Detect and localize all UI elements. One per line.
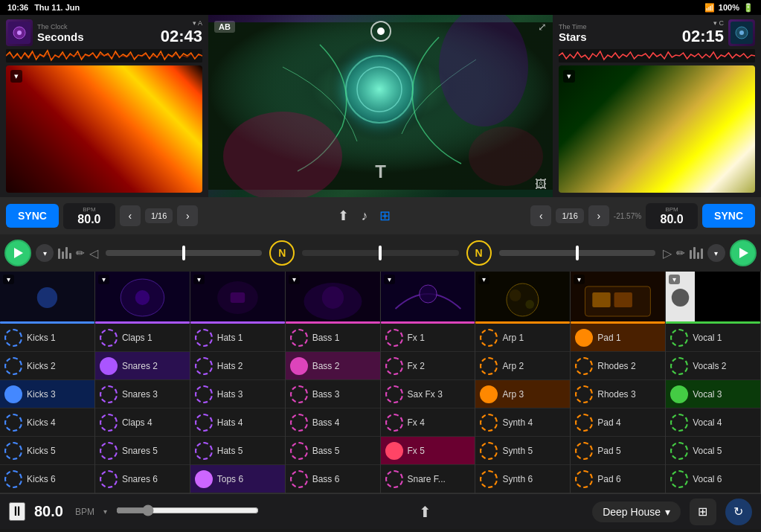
list-item[interactable]: Kicks 1	[0, 324, 94, 352]
clip-name: Pad 4	[597, 417, 620, 428]
list-item[interactable]: Pad 4	[571, 408, 665, 437]
clip-column-header-kicks: ▾	[0, 272, 94, 324]
list-item[interactable]: Kicks 3	[0, 380, 94, 408]
list-item[interactable]: Snares 3	[95, 380, 190, 408]
right-arr-right[interactable]: ▷	[663, 246, 672, 260]
clip-column-kicks: ▾Kicks 1Kicks 2Kicks 3Kicks 4Kicks 5Kick…	[0, 272, 95, 493]
right-grid-badge: 1/16	[556, 208, 583, 223]
list-item[interactable]: Fx 4	[381, 408, 475, 437]
list-item[interactable]: Arp 3	[475, 380, 570, 408]
bottom-bpm-arrow[interactable]: ▾	[103, 507, 107, 516]
list-item[interactable]: Synth 6	[475, 465, 570, 493]
svg-rect-40	[695, 272, 760, 324]
clip-col-dropdown-hats[interactable]: ▾	[193, 275, 205, 284]
ab-badge[interactable]: AB	[214, 21, 235, 33]
list-item[interactable]: Kicks 6	[0, 465, 94, 493]
list-item[interactable]: Hats 2	[190, 352, 285, 380]
list-item[interactable]: Bass 1	[286, 324, 380, 352]
list-item[interactable]: Snares 5	[95, 437, 190, 465]
list-item[interactable]: Claps 4	[95, 408, 190, 437]
left-nudge-track[interactable]	[106, 250, 262, 256]
expand-icon[interactable]: ⤢	[538, 21, 547, 33]
list-item[interactable]: Arp 1	[475, 324, 570, 352]
list-item[interactable]: Pad 1	[571, 324, 665, 352]
right-sync-button[interactable]: SYNC	[702, 204, 755, 228]
clip-name: Pad 1	[597, 333, 620, 343]
list-item[interactable]: Snare F...	[381, 465, 475, 493]
photo-icon[interactable]: 🖼	[535, 178, 547, 191]
list-item[interactable]: Fx 5	[381, 437, 475, 465]
clip-col-dropdown-vocal[interactable]: ▾	[669, 275, 680, 284]
list-item[interactable]: Vocal 6	[666, 465, 760, 493]
list-item[interactable]: Kicks 5	[0, 437, 94, 465]
list-item[interactable]: Bass 5	[286, 437, 380, 465]
list-item[interactable]: Kicks 4	[0, 408, 94, 437]
list-item[interactable]: Hats 5	[190, 437, 285, 465]
list-item[interactable]: Vocal 4	[666, 408, 760, 437]
list-item[interactable]: Kicks 2	[0, 352, 94, 380]
clip-col-dropdown-bass[interactable]: ▾	[289, 275, 300, 284]
list-item[interactable]: Sax Fx 3	[381, 380, 475, 408]
left-deck-dropdown[interactable]: ▾	[10, 70, 22, 83]
list-item[interactable]: Pad 5	[571, 437, 665, 465]
record-icon[interactable]	[370, 21, 391, 42]
left-play-button[interactable]	[4, 240, 31, 266]
list-item[interactable]: Vocals 2	[666, 352, 760, 380]
right-n-button[interactable]: N	[466, 240, 492, 266]
list-item[interactable]: Hats 1	[190, 324, 285, 352]
list-item[interactable]: Vocal 1	[666, 324, 760, 352]
left-needle-icon[interactable]: ✏	[76, 247, 85, 259]
list-item[interactable]: Rhodes 3	[571, 380, 665, 408]
left-n-button[interactable]: N	[269, 240, 295, 266]
list-item[interactable]: Bass 4	[286, 408, 380, 437]
list-item[interactable]: Synth 5	[475, 437, 570, 465]
clip-circle	[100, 414, 118, 432]
music-icon-button[interactable]: ♪	[361, 208, 367, 224]
list-item[interactable]: Bass 3	[286, 380, 380, 408]
right-deck-dropdown[interactable]: ▾	[563, 70, 575, 83]
genre-selector[interactable]: Deep House ▾	[592, 501, 681, 522]
bottom-mixer-button[interactable]: ⬆	[419, 503, 431, 521]
clip-col-dropdown-pad[interactable]: ▾	[574, 275, 585, 284]
bottom-settings-button[interactable]: ↻	[725, 499, 752, 525]
list-item[interactable]: Hats 3	[190, 380, 285, 408]
left-chevron-button[interactable]: ▾	[36, 244, 54, 262]
list-item[interactable]: Fx 2	[381, 352, 475, 380]
list-item[interactable]: Vocal 5	[666, 437, 760, 465]
clip-col-dropdown-kicks[interactable]: ▾	[3, 275, 14, 284]
clip-col-dropdown-arp[interactable]: ▾	[478, 275, 489, 284]
right-needle-icon[interactable]: ✏	[676, 247, 685, 259]
list-item[interactable]: Synth 4	[475, 408, 570, 437]
list-item[interactable]: Vocal 3	[666, 380, 760, 408]
list-item[interactable]: Hats 4	[190, 408, 285, 437]
list-item[interactable]: Bass 2	[286, 352, 380, 380]
clip-col-dropdown-fx[interactable]: ▾	[384, 275, 395, 284]
list-item[interactable]: Arp 2	[475, 352, 570, 380]
pause-button[interactable]: ⏸	[9, 502, 25, 521]
right-nudge-track[interactable]	[499, 250, 655, 256]
left-prev-button[interactable]: ‹	[120, 205, 141, 226]
left-deck-artwork	[6, 19, 33, 46]
list-item[interactable]: Fx 1	[381, 324, 475, 352]
right-play-button[interactable]	[730, 240, 757, 266]
list-item[interactable]: Bass 6	[286, 465, 380, 493]
mixer-icon-button[interactable]: ⬆	[338, 208, 349, 224]
list-item[interactable]: Tops 6	[190, 465, 285, 493]
list-item[interactable]: Claps 1	[95, 324, 190, 352]
list-item[interactable]: Snares 6	[95, 465, 190, 493]
bottom-grid-button[interactable]: ⊞	[690, 499, 716, 525]
list-item[interactable]: Rhodes 2	[571, 352, 665, 380]
left-sync-button[interactable]: SYNC	[6, 204, 59, 228]
list-item[interactable]: Snares 2	[95, 352, 190, 380]
grid-icon-button[interactable]: ⊞	[379, 208, 391, 224]
clip-col-dropdown-claps[interactable]: ▾	[98, 275, 109, 284]
bottom-tempo-slider[interactable]	[116, 504, 259, 519]
right-chevron-button[interactable]: ▾	[707, 244, 725, 262]
left-next-button[interactable]: ›	[177, 205, 198, 226]
right-next-button[interactable]: ›	[588, 205, 609, 226]
left-arr-left[interactable]: ◁	[89, 246, 98, 260]
center-timeline[interactable]	[302, 250, 458, 256]
right-prev-button[interactable]: ‹	[530, 205, 551, 226]
list-item[interactable]: Pad 6	[571, 465, 665, 493]
clip-circle	[385, 329, 403, 347]
